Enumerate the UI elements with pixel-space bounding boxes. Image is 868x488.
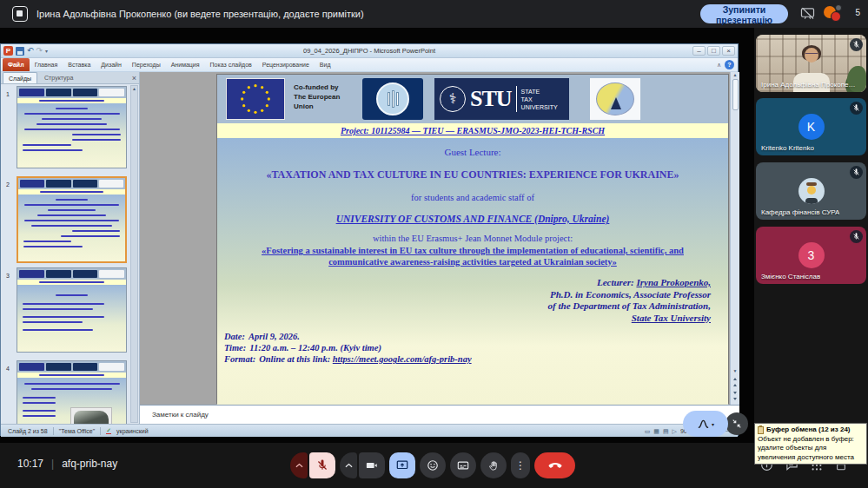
quick-access-toolbar: P ↶ ↷ ▾	[3, 46, 48, 56]
tab-slides[interactable]: Слайды	[3, 72, 37, 83]
powerpoint-window: P ↶ ↷ ▾ 09_04_2026_ДНІПРО - Microsoft Po…	[0, 43, 739, 436]
glasses	[805, 53, 818, 56]
language-indicator[interactable]: украинский	[116, 428, 149, 434]
view-slideshow-icon[interactable]: ▷	[673, 428, 677, 435]
participant-name: Kritenko Kritenko	[761, 144, 814, 152]
ribbon-tab-view[interactable]: Вид	[315, 58, 336, 71]
participant-avatar	[831, 11, 841, 22]
redo-icon[interactable]: ↷	[36, 46, 43, 56]
slide-scrollbar[interactable]: ▲ ▼	[730, 72, 739, 405]
participants-sidebar: Ірина Адольфівна Прокопенко K Kritenko K…	[756, 28, 866, 443]
camera-options-chevron[interactable]	[340, 452, 357, 478]
present-screen-button[interactable]	[389, 452, 415, 478]
mic-muted-icon	[850, 38, 863, 51]
raised-hand-icon	[488, 460, 500, 472]
powerpoint-logo-icon[interactable]: P	[3, 46, 13, 56]
eu-cofunded-caption: Co-funded by The European Union	[294, 82, 360, 111]
presentation-off-icon[interactable]	[800, 7, 815, 23]
window-title: 09_04_2026_ДНІПРО - Microsoft PowerPoint	[1, 44, 738, 57]
raise-hand-button[interactable]	[480, 452, 507, 478]
view-reading-icon[interactable]: ▤	[663, 428, 669, 435]
current-slide[interactable]: Co-funded by The European Union ⚕ STU ST…	[216, 74, 729, 404]
clipboard-body: Объект не добавлен в буфер: удалите объе…	[758, 435, 864, 463]
previous-slide-button[interactable]	[733, 373, 737, 389]
participant-name: Кафедра фінансів СУРА	[761, 208, 839, 216]
slide-logo-band: Co-funded by The European Union ⚕ STU ST…	[217, 75, 728, 123]
stop-presenting-button[interactable]: Зупинити презентацію	[700, 4, 788, 23]
reactions-button[interactable]	[420, 452, 446, 478]
slide-thumbnail-1[interactable]	[17, 86, 127, 168]
annotation-tools-button[interactable]: ▾	[683, 411, 728, 437]
mic-options-chevron[interactable]	[290, 452, 308, 478]
participant-tile-presenter[interactable]: Ірина Адольфівна Прокопенко	[756, 35, 866, 92]
ribbon-tab-animations[interactable]: Анимация	[166, 58, 205, 71]
minimize-button[interactable]: –	[692, 46, 706, 56]
avatar: 3	[798, 242, 825, 268]
participant-name: Змієнко Станіслав	[761, 273, 820, 280]
minimize-overlay-button[interactable]	[726, 412, 748, 435]
end-call-button[interactable]	[534, 452, 575, 478]
participant-tile[interactable]: K Kritenko Kritenko	[756, 98, 866, 155]
call-controls: ⋮	[290, 452, 575, 478]
ribbon-tab-insert[interactable]: Вставка	[63, 58, 96, 71]
meet-link[interactable]: https://meet.google.com/afq-prib-nay	[333, 354, 472, 364]
lecture-title: «TAXATION AND TAX CULTURE IN EU COUNTRIE…	[217, 168, 728, 181]
participants-avatar-stack[interactable]: 5	[824, 4, 862, 23]
slide-thumbnail-4[interactable]	[17, 360, 127, 424]
module-title: «Fostering a sustainable interest in EU …	[217, 245, 728, 267]
mic-muted-button[interactable]	[309, 452, 335, 478]
chevron-up-icon	[345, 463, 353, 468]
university-line: UNIVERSITY OF CUSTOMS AND FINANCE (Dnipr…	[217, 214, 728, 224]
participant-name: Ірина Адольфівна Прокопенко	[761, 81, 858, 89]
phone-hangup-icon	[548, 462, 562, 470]
ribbon-tab-design[interactable]: Дизайн	[96, 58, 127, 71]
next-slide-button[interactable]	[733, 389, 737, 405]
captions-button[interactable]	[450, 452, 476, 478]
slides-pane: Слайды Структура × 1 2	[1, 72, 140, 424]
qat-dropdown-icon[interactable]: ▾	[45, 48, 48, 54]
pane-close-icon[interactable]: ×	[132, 73, 136, 83]
ribbon-tab-slideshow[interactable]: Показ слайдов	[205, 58, 257, 71]
notes-pane[interactable]: Заметки к слайду	[140, 405, 739, 424]
project-emblem-logo	[590, 78, 640, 120]
participant-tile[interactable]: 3 Змієнко Станіслав	[756, 227, 866, 284]
slide-number: 1	[6, 91, 10, 97]
scrollbar-thumb[interactable]	[732, 79, 739, 110]
view-normal-icon[interactable]: ▭	[645, 428, 651, 435]
save-icon[interactable]	[16, 47, 24, 56]
ribbon-tab-transitions[interactable]: Переходы	[127, 58, 166, 71]
collapse-icon	[732, 419, 742, 429]
powerpoint-title-bar[interactable]: P ↶ ↷ ▾ 09_04_2026_ДНІПРО - Microsoft Po…	[1, 44, 738, 58]
stone-tablet-image	[70, 407, 112, 424]
ribbon-collapse-icon[interactable]: ∧	[717, 62, 721, 69]
close-button[interactable]: ×	[722, 46, 735, 56]
restore-button[interactable]: □	[707, 46, 720, 56]
camera-button[interactable]	[359, 452, 385, 478]
mic-off-icon	[316, 459, 328, 472]
avatar: K	[798, 114, 825, 140]
participant-count: 5	[855, 8, 860, 17]
help-button[interactable]: ?	[725, 60, 734, 69]
ribbon-tab-home[interactable]: Главная	[30, 58, 63, 71]
view-sorter-icon[interactable]: ▦	[653, 428, 659, 435]
more-options-button[interactable]: ⋮	[511, 452, 530, 478]
spellcheck-icon[interactable]: ✓	[106, 427, 111, 434]
meeting-code: afq-prib-nay	[62, 458, 117, 470]
lecturer-block: Lecturer: Iryna Prokopenko, Ph.D. in Eco…	[217, 277, 728, 324]
pane-scrollbar[interactable]: ▲	[130, 85, 138, 423]
state-tax-university-logo: ⚕ STU STATE TAX UNIVERSITY	[434, 78, 569, 120]
project-line: Project: 101125984 — TIEU — ERASMUS-JMO-…	[217, 123, 728, 138]
ribbon-tab-review[interactable]: Рецензирование	[257, 58, 315, 71]
meet-window: Ірина Адольфівна Прокопенко (ви ведете п…	[0, 0, 868, 488]
participant-tile[interactable]: Кафедра фінансів СУРА	[756, 162, 866, 220]
slide-thumbnail-2-selected[interactable]	[17, 176, 127, 263]
ribbon-tab-file[interactable]: Файл	[3, 58, 30, 71]
camera-icon	[366, 459, 378, 472]
undo-icon[interactable]: ↶	[27, 46, 34, 56]
present-icon	[396, 459, 408, 472]
tab-outline[interactable]: Структура	[39, 72, 78, 83]
slide-thumbnail-3[interactable]	[17, 267, 127, 353]
ribbon-tab-bar: Файл Главная Вставка Дизайн Переходы Ани…	[1, 58, 738, 72]
mic-muted-icon	[850, 102, 863, 115]
clipboard-tooltip: Буфер обмена (12 из 24) Объект не добавл…	[754, 423, 867, 465]
